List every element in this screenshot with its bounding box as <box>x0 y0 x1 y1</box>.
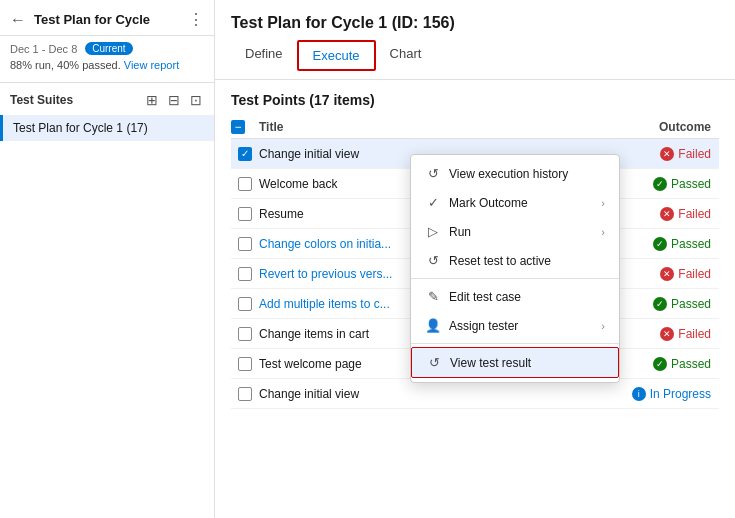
sidebar-date-range: Dec 1 - Dec 8 <box>10 43 77 55</box>
suites-icon-3[interactable]: ⊡ <box>188 91 204 109</box>
row-outcome: i In Progress <box>619 387 719 401</box>
main-title: Test Plan for Cycle 1 (ID: 156) <box>231 14 719 32</box>
ctx-label: Mark Outcome <box>449 196 593 210</box>
ctx-view-test-result[interactable]: ↺ View test result <box>411 347 619 378</box>
outcome-dot-passed: ✓ <box>653 237 667 251</box>
outcome-text: Passed <box>671 357 711 371</box>
checkbox <box>238 387 252 401</box>
outcome-text: Passed <box>671 297 711 311</box>
sidebar-menu-icon[interactable]: ⋮ <box>188 10 204 29</box>
arrow-icon: › <box>601 197 605 209</box>
ctx-mark-outcome[interactable]: ✓ Mark Outcome › <box>411 188 619 217</box>
sidebar: ← Test Plan for Cycle ⋮ Dec 1 - Dec 8 Cu… <box>0 0 215 518</box>
outcome-text: Failed <box>678 267 711 281</box>
edit-icon: ✎ <box>425 289 441 304</box>
tab-chart[interactable]: Chart <box>376 40 436 71</box>
outcome-dot-passed: ✓ <box>653 297 667 311</box>
outcome-dot-passed: ✓ <box>653 177 667 191</box>
arrow-icon: › <box>601 226 605 238</box>
ctx-run[interactable]: ▷ Run › <box>411 217 619 246</box>
back-button[interactable]: ← <box>10 11 26 29</box>
outcome-dot-failed: ✕ <box>660 207 674 221</box>
row-checkbox[interactable] <box>231 357 259 371</box>
ctx-label: Assign tester <box>449 319 593 333</box>
row-outcome: ✕ Failed <box>619 267 719 281</box>
main-content: Test Plan for Cycle 1 (ID: 156) Define E… <box>215 0 735 518</box>
ctx-label: View execution history <box>449 167 605 181</box>
ctx-label: Run <box>449 225 593 239</box>
ctx-divider <box>411 343 619 344</box>
ctx-label: View test result <box>450 356 604 370</box>
row-checkbox[interactable] <box>231 297 259 311</box>
checkbox <box>238 237 252 251</box>
context-menu: ↺ View execution history ✓ Mark Outcome … <box>410 154 620 383</box>
row-checkbox[interactable] <box>231 237 259 251</box>
row-checkbox[interactable]: ✓ <box>231 147 259 161</box>
sidebar-suites-header: Test Suites ⊞ ⊟ ⊡ <box>0 83 214 115</box>
row-outcome: ✓ Passed <box>619 177 719 191</box>
view-report-link[interactable]: View report <box>124 59 179 71</box>
outcome-text: Failed <box>678 207 711 221</box>
row-checkbox[interactable] <box>231 177 259 191</box>
suites-icon-2[interactable]: ⊟ <box>166 91 182 109</box>
checkbox <box>238 267 252 281</box>
outcome-dot-failed: ✕ <box>660 267 674 281</box>
checkbox-checked: ✓ <box>238 147 252 161</box>
ctx-reset-test[interactable]: ↺ Reset test to active <box>411 246 619 275</box>
outcome-dot-failed: ✕ <box>660 327 674 341</box>
row-title: Change initial view <box>259 387 619 401</box>
checkbox <box>238 297 252 311</box>
sidebar-header: ← Test Plan for Cycle ⋮ <box>0 0 214 36</box>
table-row[interactable]: Change initial view i In Progress <box>231 379 719 409</box>
test-points-title: Test Points (17 items) <box>231 92 719 108</box>
tab-execute[interactable]: Execute <box>297 40 376 71</box>
outcome-text: Passed <box>671 177 711 191</box>
outcome-text: In Progress <box>650 387 711 401</box>
ctx-assign-tester[interactable]: 👤 Assign tester › <box>411 311 619 340</box>
outcome-dot-passed: ✓ <box>653 357 667 371</box>
ctx-label: Reset test to active <box>449 254 605 268</box>
suites-label: Test Suites <box>10 93 138 107</box>
row-checkbox[interactable] <box>231 327 259 341</box>
sidebar-suite-item[interactable]: Test Plan for Cycle 1 (17) <box>0 115 214 141</box>
outcome-text: Failed <box>678 327 711 341</box>
table-header: − Title Outcome <box>231 116 719 139</box>
row-checkbox[interactable] <box>231 207 259 221</box>
row-checkbox[interactable] <box>231 267 259 281</box>
checkbox <box>238 327 252 341</box>
reset-icon: ↺ <box>425 253 441 268</box>
run-icon: ▷ <box>425 224 441 239</box>
check-icon: ✓ <box>425 195 441 210</box>
checkbox <box>238 207 252 221</box>
row-outcome: ✕ Failed <box>619 207 719 221</box>
tabs: Define Execute Chart <box>231 40 719 71</box>
arrow-icon: › <box>601 320 605 332</box>
history-icon: ↺ <box>425 166 441 181</box>
ctx-label: Edit test case <box>449 290 605 304</box>
user-icon: 👤 <box>425 318 441 333</box>
outcome-dot-failed: ✕ <box>660 147 674 161</box>
ctx-divider <box>411 278 619 279</box>
row-outcome: ✓ Passed <box>619 357 719 371</box>
ctx-edit-test-case[interactable]: ✎ Edit test case <box>411 282 619 311</box>
row-outcome: ✕ Failed <box>619 147 719 161</box>
result-icon: ↺ <box>426 355 442 370</box>
checkbox <box>238 357 252 371</box>
sidebar-dates: Dec 1 - Dec 8 Current <box>10 42 204 55</box>
col-title-header: Title <box>259 120 619 134</box>
row-outcome: ✓ Passed <box>619 297 719 311</box>
sidebar-title: Test Plan for Cycle <box>34 12 180 27</box>
tab-define[interactable]: Define <box>231 40 297 71</box>
outcome-text: Failed <box>678 147 711 161</box>
row-outcome: ✓ Passed <box>619 237 719 251</box>
header-checkbox-col: − <box>231 120 259 134</box>
suites-icon-1[interactable]: ⊞ <box>144 91 160 109</box>
row-outcome: ✕ Failed <box>619 327 719 341</box>
row-checkbox[interactable] <box>231 387 259 401</box>
ctx-view-execution-history[interactable]: ↺ View execution history <box>411 159 619 188</box>
header-minus-checkbox[interactable]: − <box>231 120 245 134</box>
checkbox <box>238 177 252 191</box>
sidebar-current-badge: Current <box>85 42 132 55</box>
sidebar-meta: Dec 1 - Dec 8 Current 88% run, 40% passe… <box>0 36 214 83</box>
test-points-area: Test Points (17 items) − Title Outcome ✓… <box>215 80 735 518</box>
